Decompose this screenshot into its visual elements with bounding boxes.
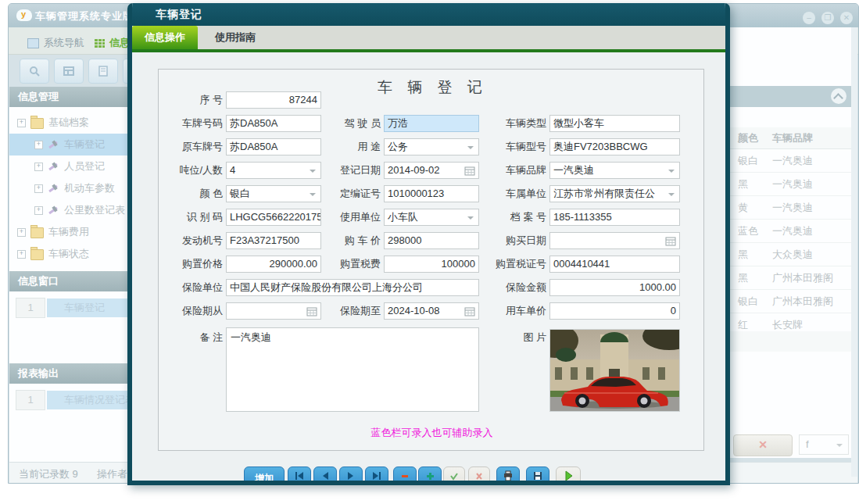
- tax-cert-input[interactable]: 0004410441: [549, 256, 680, 273]
- remark-textarea[interactable]: 一汽奥迪: [226, 327, 479, 412]
- cell-brand: 广州本田雅阁: [772, 295, 833, 309]
- main-minimize-button[interactable]: –: [803, 12, 815, 24]
- cell-color: 黑: [730, 177, 772, 191]
- save-button[interactable]: [526, 466, 549, 481]
- table-row[interactable]: 黑 大众奥迪: [730, 243, 851, 266]
- table-row[interactable]: 蓝色 一汽奥迪: [730, 220, 851, 243]
- file-no-input[interactable]: 185-1113355: [549, 209, 680, 226]
- table-row[interactable]: 黑 广州本田雅阁: [730, 266, 851, 290]
- calendar-icon[interactable]: [464, 166, 475, 176]
- unit-price-input[interactable]: 0: [549, 302, 680, 320]
- color-select[interactable]: 银白: [226, 185, 321, 202]
- vin-label: 识 别 码: [160, 209, 223, 226]
- buy-date-input[interactable]: [549, 232, 680, 249]
- expand-icon[interactable]: [17, 119, 26, 127]
- delete-record-button[interactable]: [393, 466, 417, 481]
- purchase-price-input[interactable]: 290000.00: [226, 256, 321, 273]
- next-record-button[interactable]: [339, 466, 363, 481]
- quota-input[interactable]: 1010000123: [384, 185, 479, 202]
- tree-item[interactable]: 基础档案: [9, 112, 136, 134]
- list-item[interactable]: 1 车辆情况登记表: [16, 390, 136, 410]
- ins-to-input[interactable]: 2024-10-08: [384, 302, 479, 320]
- cell-brand: 一汽奥迪: [772, 154, 813, 168]
- expand-icon[interactable]: [34, 206, 43, 215]
- purchase-tax-input[interactable]: 100000: [384, 256, 479, 273]
- plate-label: 车牌号码: [160, 115, 223, 132]
- insurer-input[interactable]: 中国人民财产保险股份有限公司上海分公司: [226, 279, 479, 296]
- expand-icon[interactable]: [34, 184, 43, 193]
- brand-select[interactable]: 一汽奥迪: [549, 162, 680, 179]
- first-record-button[interactable]: [288, 466, 311, 481]
- vin-input[interactable]: LHGCG56622201754: [226, 209, 321, 226]
- section-info-window: 信息窗口: [9, 271, 136, 291]
- last-record-button[interactable]: [365, 466, 388, 481]
- serial-input[interactable]: 87244: [226, 91, 321, 109]
- document-icon: [97, 65, 109, 77]
- ins-from-input[interactable]: [226, 302, 321, 320]
- table-row[interactable]: 银白 广州本田雅阁: [730, 290, 851, 313]
- table-row[interactable]: 银白 一汽奥迪: [730, 149, 851, 173]
- run-button[interactable]: [556, 466, 581, 481]
- tree-item[interactable]: 人员登记: [9, 155, 136, 177]
- old-plate-input[interactable]: 苏DA850A: [226, 138, 321, 155]
- plate-input[interactable]: 苏DA850A: [226, 115, 321, 132]
- next-record-icon: [345, 470, 356, 481]
- engine-input[interactable]: F23A37217500: [226, 232, 321, 249]
- document-button[interactable]: [88, 59, 118, 84]
- tree-item[interactable]: 公里数登记表: [9, 199, 136, 221]
- vtype-input[interactable]: 微型小客车: [549, 115, 680, 132]
- clear-filter-button[interactable]: ✕: [733, 434, 793, 456]
- filter-dropdown[interactable]: f: [799, 434, 849, 455]
- search-button[interactable]: [20, 59, 49, 84]
- driver-input[interactable]: 万浩: [384, 115, 479, 132]
- calendar-icon[interactable]: [464, 306, 475, 316]
- expand-icon[interactable]: [17, 228, 26, 237]
- tab-info-operation[interactable]: 信息操作: [132, 26, 198, 49]
- window-list-button[interactable]: [54, 59, 84, 84]
- table-row[interactable]: 黑 一汽奥迪: [730, 173, 851, 196]
- tab-user-guide[interactable]: 使用指南: [202, 26, 268, 49]
- expand-icon[interactable]: [34, 163, 43, 171]
- insert-record-button[interactable]: [418, 466, 442, 481]
- expand-icon[interactable]: [17, 250, 26, 259]
- cancel-button[interactable]: [468, 466, 490, 481]
- calendar-icon[interactable]: [306, 306, 317, 316]
- prev-record-button[interactable]: [313, 466, 337, 481]
- dialog-tabstrip: 信息操作 使用指南: [127, 26, 730, 49]
- reg-date-input[interactable]: 2014-09-02: [384, 162, 479, 179]
- insurer-label: 保险单位: [160, 279, 223, 296]
- minus-icon: [399, 470, 410, 481]
- confirm-button[interactable]: [443, 466, 465, 481]
- list-item[interactable]: 1 车辆登记: [16, 298, 136, 318]
- model-input[interactable]: 奥迪FV7203BBCWG: [549, 138, 680, 155]
- main-close-button[interactable]: ✕: [840, 12, 853, 24]
- insured-amount-input[interactable]: 1000.00: [549, 279, 680, 296]
- node-icon: [48, 140, 59, 149]
- table-icon: [63, 65, 75, 77]
- table-row[interactable]: 黄 一汽奥迪: [730, 196, 851, 220]
- main-restore-button[interactable]: ❐: [821, 12, 834, 24]
- dialog-titlebar[interactable]: 车辆登记 — ⤢ ✕: [127, 3, 730, 26]
- cell-brand: 广州本田雅阁: [772, 271, 833, 285]
- add-button[interactable]: 增加: [244, 466, 285, 481]
- use-unit-select[interactable]: 小车队: [384, 209, 479, 226]
- tree-item[interactable]: 车辆登记: [9, 134, 136, 155]
- owner-unit-select[interactable]: 江苏市常州有限责任公: [549, 185, 680, 202]
- scrollbar[interactable]: [851, 27, 857, 477]
- expand-icon[interactable]: [34, 141, 43, 149]
- collapse-chevron-icon[interactable]: [831, 88, 846, 104]
- capacity-select[interactable]: 4: [226, 162, 321, 179]
- insured-amount-label: 保险金额: [479, 279, 546, 296]
- tree-item[interactable]: 车辆费用: [9, 221, 136, 243]
- calendar-icon[interactable]: [665, 236, 676, 246]
- quota-label: 定编证号: [332, 185, 381, 202]
- x-icon: [474, 470, 485, 481]
- tree-item[interactable]: 车辆状态: [9, 243, 136, 265]
- tree-item[interactable]: 机动车参数: [9, 177, 136, 199]
- print-button[interactable]: [496, 466, 520, 481]
- tab-system-nav[interactable]: 系统导航: [20, 32, 92, 54]
- buy-date-label: 购买日期: [479, 232, 546, 249]
- ins-to-label: 保险期至: [332, 302, 381, 320]
- usage-select[interactable]: 公务: [384, 138, 479, 155]
- price-input[interactable]: 298000: [384, 232, 479, 249]
